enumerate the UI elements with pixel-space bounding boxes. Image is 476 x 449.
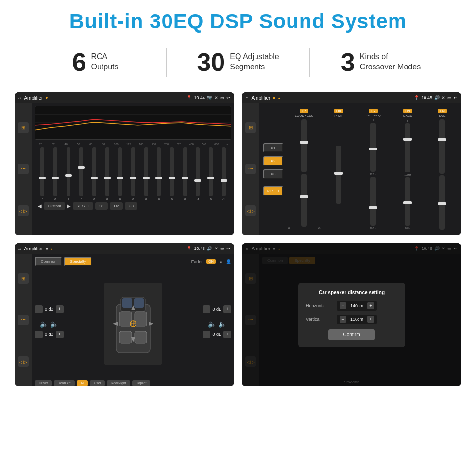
eq-slider-thumb-5[interactable] (91, 177, 98, 179)
loudness-slider-2[interactable] (301, 174, 307, 227)
fader-person-icon[interactable]: 👤 (226, 259, 231, 264)
eq-slider-thumb-6[interactable] (104, 177, 111, 179)
eq-slider-thumb-9[interactable] (143, 177, 150, 179)
eq-slider-track-10[interactable] (157, 147, 161, 196)
bass-thumb-2[interactable] (403, 201, 412, 204)
prev-arrow[interactable]: ◀ (38, 203, 42, 209)
u3-btn[interactable]: U3 (125, 202, 137, 210)
home-icon-2[interactable]: ⌂ (246, 95, 248, 100)
eq-slider-track-8[interactable] (131, 147, 135, 196)
fader-lines-icon[interactable]: ≡ (220, 259, 222, 264)
cutfreq-thumb-2[interactable] (369, 206, 377, 209)
eq-slider-thumb-13[interactable] (194, 179, 201, 182)
copilot-btn[interactable]: Copilot (132, 380, 151, 386)
eq-slider-thumb-12[interactable] (182, 177, 188, 179)
db-minus-2[interactable]: − (35, 331, 43, 338)
reset-preset-btn[interactable]: RESET (263, 186, 283, 196)
vertical-minus[interactable]: − (340, 316, 346, 323)
window-icon-3[interactable]: ▭ (220, 246, 224, 251)
confirm-button[interactable]: Confirm (328, 329, 374, 340)
phat-slider[interactable] (336, 146, 341, 204)
custom-btn[interactable]: Custom (44, 202, 65, 210)
fader-icon-1[interactable]: ⊞ (18, 273, 29, 284)
amp-icon-2[interactable]: 〜 (245, 164, 256, 174)
close-icon-2[interactable]: ✕ (442, 95, 445, 100)
horizontal-plus[interactable]: + (367, 302, 374, 309)
eq-slider-track-15[interactable] (222, 147, 226, 196)
fader-icon-3[interactable]: ◁▷ (18, 356, 29, 367)
eq-slider-track-4[interactable] (79, 147, 83, 196)
rearright-btn[interactable]: RearRight (107, 380, 130, 386)
specialty-tab[interactable]: Specialty (64, 257, 91, 266)
window-icon-2[interactable]: ▭ (447, 95, 452, 100)
play-icon[interactable]: ▶ (46, 96, 48, 100)
eq-slider-track-2[interactable] (53, 147, 57, 196)
eq-slider-thumb-11[interactable] (169, 177, 175, 179)
all-btn[interactable]: All (77, 380, 88, 386)
u3-preset-btn[interactable]: U3 (263, 169, 283, 179)
eq-slider-thumb-14[interactable] (207, 177, 214, 179)
driver-btn[interactable]: Driver (35, 380, 52, 386)
loudness-thumb-1[interactable] (300, 141, 308, 144)
home-icon-3[interactable]: ⌂ (18, 246, 21, 251)
loudness-slider-1[interactable] (301, 119, 307, 172)
volume-icon-3[interactable]: 🔊 (207, 246, 212, 251)
eq-icon-1[interactable]: ⊞ (18, 122, 29, 133)
sub-thumb-1[interactable] (438, 138, 446, 141)
sub-thumb-2[interactable] (438, 202, 446, 205)
sub-slider-1[interactable] (439, 119, 445, 174)
vertical-plus[interactable]: + (367, 316, 374, 323)
eq-slider-track-1[interactable] (40, 147, 44, 196)
eq-slider-thumb-15[interactable] (221, 179, 227, 182)
amp-icon-1[interactable]: ⊞ (245, 122, 256, 133)
reset-btn[interactable]: RESET (73, 202, 94, 210)
camera-icon[interactable]: 📷 (207, 95, 212, 100)
loudness-thumb-2[interactable] (300, 195, 308, 198)
eq-slider-thumb-3[interactable] (65, 174, 72, 177)
back-icon-3[interactable]: ↩ (226, 246, 230, 251)
u1-preset-btn[interactable]: U1 (263, 143, 283, 152)
eq-slider-track-12[interactable] (183, 147, 187, 196)
db-minus-4[interactable]: − (203, 331, 210, 338)
db-plus-2[interactable]: + (56, 331, 64, 338)
user-btn[interactable]: User (90, 380, 105, 386)
eq-icon-2[interactable]: 〜 (18, 164, 29, 174)
db-plus-4[interactable]: + (223, 331, 231, 338)
eq-slider-thumb-4[interactable] (78, 166, 85, 169)
horizontal-minus[interactable]: − (340, 302, 346, 309)
next-arrow[interactable]: ▶ (67, 203, 71, 209)
home-icon[interactable]: ⌂ (18, 95, 21, 100)
eq-slider-thumb-1[interactable] (39, 177, 46, 179)
eq-slider-track-3[interactable] (67, 147, 70, 196)
close-icon-3[interactable]: ✕ (214, 246, 218, 251)
eq-slider-track-5[interactable] (92, 147, 96, 196)
eq-slider-track-14[interactable] (209, 147, 213, 196)
eq-slider-thumb-10[interactable] (155, 177, 162, 179)
bass-thumb-1[interactable] (403, 138, 412, 141)
cutfreq-slider-1[interactable] (370, 123, 376, 172)
rearleft-btn[interactable]: RearLeft (54, 380, 75, 386)
eq-slider-track-6[interactable] (105, 147, 109, 196)
db-plus-1[interactable]: + (56, 305, 64, 313)
back-icon-2[interactable]: ↩ (454, 95, 458, 100)
eq-slider-track-9[interactable] (144, 147, 148, 196)
back-icon[interactable]: ↩ (226, 95, 230, 100)
cutfreq-thumb-1[interactable] (369, 148, 377, 150)
cutfreq-slider-2[interactable] (370, 177, 376, 226)
volume-icon[interactable]: 🔊 (434, 95, 440, 100)
eq-slider-thumb-8[interactable] (130, 177, 136, 179)
eq-slider-track-7[interactable] (118, 147, 122, 196)
bass-slider-1[interactable] (405, 123, 410, 172)
common-tab[interactable]: Common (35, 257, 62, 266)
eq-slider-thumb-2[interactable] (52, 177, 59, 179)
close-icon[interactable]: ✕ (214, 95, 218, 100)
eq-icon-3[interactable]: ◁▷ (18, 205, 29, 216)
bass-slider-2[interactable] (405, 177, 410, 226)
phat-thumb[interactable] (334, 172, 343, 175)
db-minus-3[interactable]: − (203, 305, 210, 313)
u2-btn[interactable]: U2 (110, 202, 122, 210)
u2-preset-btn[interactable]: U2 (263, 156, 283, 166)
window-icon[interactable]: ▭ (220, 95, 224, 100)
sub-slider-2[interactable] (439, 175, 445, 230)
db-minus-1[interactable]: − (35, 305, 43, 313)
